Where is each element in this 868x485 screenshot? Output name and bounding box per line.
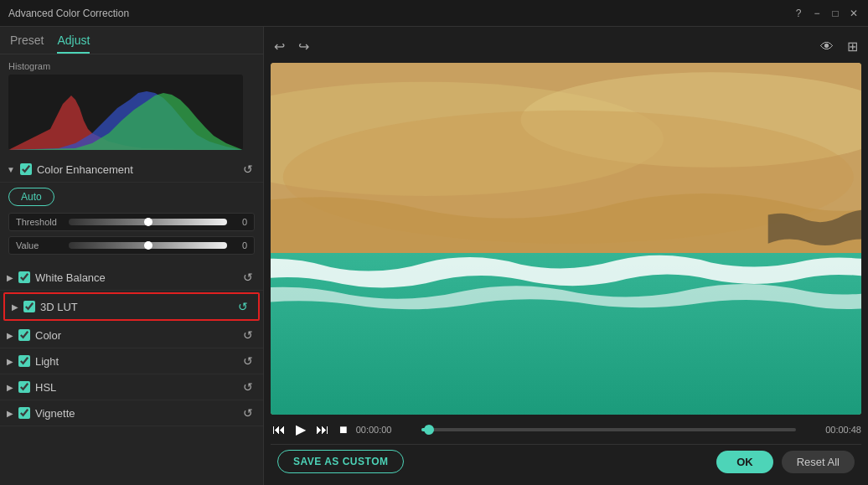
histogram-canvas: [8, 75, 243, 150]
toolbar: ↩ ↪ 👁 ⊞: [271, 34, 861, 63]
value-value: 0: [234, 240, 247, 250]
white-balance-expand-icon[interactable]: [7, 273, 13, 282]
playback-controls: ⏮ ▶ ⏭ ■ 00:00:00 00:00:48: [271, 415, 861, 444]
light-toggle[interactable]: Light: [7, 355, 240, 368]
color-enhancement-body: Auto Threshold 0 Value 0: [0, 183, 263, 265]
preview-button[interactable]: 👁: [817, 38, 837, 56]
hsl-expand-icon[interactable]: [7, 383, 13, 392]
white-balance-checkbox[interactable]: [18, 271, 30, 283]
value-slider-container: Value 0: [8, 236, 255, 255]
value-track[interactable]: [69, 242, 227, 249]
3dlut-expand-icon[interactable]: [12, 302, 18, 312]
white-balance-toggle[interactable]: White Balance: [7, 271, 240, 284]
auto-button[interactable]: Auto: [8, 188, 54, 206]
color-enhancement-checkbox[interactable]: [20, 163, 32, 175]
vignette-toggle[interactable]: Vignette: [7, 407, 240, 420]
hsl-toggle[interactable]: HSL: [7, 381, 240, 394]
expand-icon[interactable]: [7, 165, 15, 174]
current-time: 00:00:00: [356, 425, 415, 435]
minimize-button[interactable]: −: [811, 8, 823, 19]
progress-thumb[interactable]: [424, 425, 434, 435]
threshold-label: Threshold: [16, 217, 62, 227]
color-expand-icon[interactable]: [7, 331, 13, 340]
video-frame: [271, 63, 861, 415]
vignette-label: Vignette: [35, 407, 75, 420]
maximize-button[interactable]: □: [829, 8, 841, 19]
tab-bar: Preset Adjust: [0, 27, 263, 54]
color-toggle[interactable]: Color: [7, 329, 240, 342]
white-balance-section: White Balance ↺: [0, 265, 263, 291]
progress-bar[interactable]: [421, 428, 796, 431]
toolbar-left: ↩ ↪: [271, 37, 313, 56]
vignette-section: Vignette ↺: [0, 400, 263, 426]
tab-preset[interactable]: Preset: [10, 34, 44, 54]
threshold-row: Threshold 0: [8, 213, 255, 231]
threshold-slider-container: Threshold 0: [8, 213, 255, 231]
prev-frame-button[interactable]: ⏮: [271, 421, 287, 439]
right-panel: ↩ ↪ 👁 ⊞: [264, 27, 868, 485]
3dlut-label: 3D LUT: [40, 301, 78, 313]
vignette-checkbox[interactable]: [18, 407, 30, 419]
window-controls: ? − □ ✕: [793, 8, 860, 19]
3dlut-section: 3D LUT ↺: [5, 294, 258, 319]
light-label: Light: [35, 355, 59, 368]
titlebar: Advanced Color Correction ? − □ ✕: [0, 0, 868, 27]
hsl-label: HSL: [35, 381, 56, 394]
help-button[interactable]: ?: [793, 8, 804, 19]
color-enhancement-reset-button[interactable]: ↺: [240, 161, 256, 178]
color-enhancement-toggle[interactable]: Color Enhancement: [7, 163, 240, 176]
save-custom-button[interactable]: SAVE AS CUSTOM: [277, 450, 404, 473]
tab-adjust[interactable]: Adjust: [57, 34, 90, 54]
next-frame-button[interactable]: ⏭: [314, 421, 331, 439]
bottom-right-buttons: OK Reset All: [716, 451, 855, 473]
threshold-thumb[interactable]: [144, 218, 152, 226]
white-balance-label: White Balance: [35, 271, 106, 284]
total-time: 00:00:48: [803, 425, 861, 435]
3dlut-toggle[interactable]: 3D LUT: [12, 301, 235, 313]
bottom-bar: SAVE AS CUSTOM OK Reset All: [271, 444, 861, 478]
light-section: Light ↺: [0, 348, 263, 374]
histogram-section: Histogram: [0, 54, 263, 157]
value-row: Value 0: [8, 236, 255, 255]
undo-button[interactable]: ↩: [271, 37, 288, 56]
color-checkbox[interactable]: [18, 329, 30, 341]
ok-button[interactable]: OK: [716, 451, 773, 473]
histogram-label: Histogram: [8, 61, 255, 71]
light-checkbox[interactable]: [18, 355, 30, 367]
close-button[interactable]: ✕: [848, 8, 860, 19]
main-layout: Preset Adjust Histogram C: [0, 27, 868, 485]
vignette-expand-icon[interactable]: [7, 409, 13, 418]
video-preview: [271, 63, 861, 415]
color-reset-button[interactable]: ↺: [240, 327, 256, 343]
3dlut-section-highlighted: 3D LUT ↺: [3, 292, 260, 321]
color-label: Color: [35, 329, 61, 342]
color-section: Color ↺: [0, 322, 263, 348]
value-label: Value: [16, 240, 62, 250]
light-reset-button[interactable]: ↺: [240, 353, 256, 369]
value-thumb[interactable]: [144, 241, 152, 250]
hsl-reset-button[interactable]: ↺: [240, 379, 256, 395]
reset-all-button[interactable]: Reset All: [782, 451, 855, 473]
threshold-track[interactable]: [69, 219, 227, 225]
white-balance-reset-button[interactable]: ↺: [240, 269, 256, 286]
compare-button[interactable]: ⊞: [844, 37, 861, 56]
hsl-section: HSL ↺: [0, 374, 263, 400]
redo-button[interactable]: ↪: [295, 37, 313, 56]
stop-button[interactable]: ■: [338, 421, 349, 439]
light-expand-icon[interactable]: [7, 357, 13, 366]
3dlut-checkbox[interactable]: [23, 301, 35, 312]
toolbar-right: 👁 ⊞: [817, 37, 861, 56]
left-panel: Preset Adjust Histogram C: [0, 27, 264, 485]
threshold-value: 0: [234, 217, 247, 227]
vignette-reset-button[interactable]: ↺: [240, 405, 256, 421]
3dlut-reset-button[interactable]: ↺: [235, 298, 251, 315]
hsl-checkbox[interactable]: [18, 381, 30, 393]
app-title: Advanced Color Correction: [8, 8, 129, 19]
color-enhancement-label: Color Enhancement: [37, 163, 133, 176]
play-button[interactable]: ▶: [294, 420, 307, 439]
color-enhancement-section-header: Color Enhancement ↺: [0, 157, 263, 183]
